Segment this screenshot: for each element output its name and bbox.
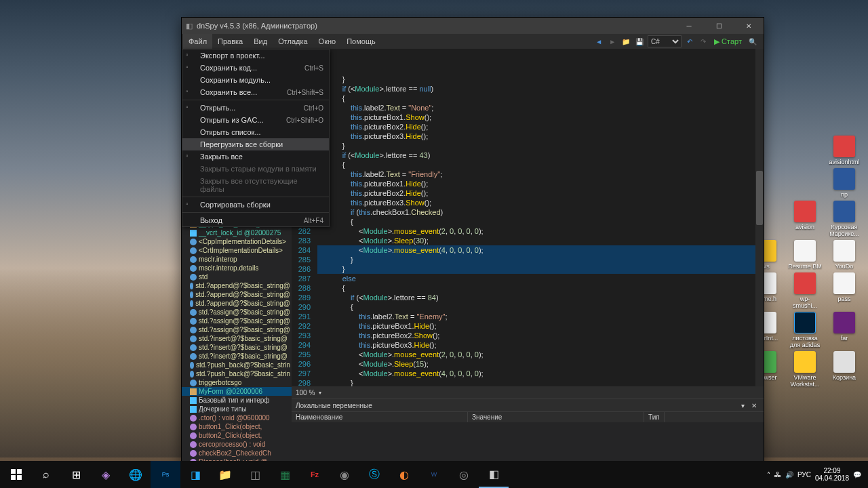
desktop-icon[interactable]: np [827, 168, 861, 198]
file-menu-item[interactable]: Открыть список... [182, 126, 329, 138]
tree-item[interactable]: cercoprocesso() : void [182, 440, 292, 449]
menu-окно[interactable]: Окно [313, 34, 342, 49]
taskbar-app-skype[interactable]: Ⓢ [359, 461, 389, 488]
tray-volume-icon[interactable]: 🔊 [785, 471, 793, 479]
file-menu-item[interactable]: Сохранить модуль... [182, 74, 329, 86]
tree-item[interactable]: std.?assign@?$basic_string@ [182, 325, 292, 334]
taskbar-app-explorer[interactable]: 📁 [210, 461, 240, 488]
tree-item[interactable]: msclr.interop [182, 255, 292, 264]
tray-network-icon[interactable]: 🖧 [774, 471, 781, 479]
tray-chevron-icon[interactable]: ˄ [767, 471, 770, 479]
tray-lang-icon[interactable]: РУС [797, 471, 811, 479]
taskbar-app-fz[interactable]: Fz [300, 461, 330, 488]
scrollbar-vertical[interactable] [755, 49, 764, 386]
minimize-button[interactable]: ─ [674, 18, 704, 34]
notifications-icon[interactable]: 💬 [853, 471, 861, 479]
file-menu-item[interactable]: ▫Экспорт в проект... [182, 49, 329, 62]
taskbar-app-steam[interactable]: ◉ [330, 461, 359, 488]
code-editor[interactable]: } if (<Module>.lettore == null) { this.l… [315, 49, 764, 386]
file-menu-item[interactable]: ▫Закрыть все [182, 150, 329, 163]
tree-item[interactable]: std.?insert@?$basic_string@ [182, 352, 292, 361]
tree-item[interactable]: msclr.interop.details [182, 264, 292, 272]
tree-item[interactable]: std.?insert@?$basic_string@ [182, 343, 292, 352]
start-menu-button[interactable] [1, 461, 31, 488]
taskbar-app-vs[interactable]: ◈ [91, 461, 121, 488]
tree-item[interactable]: std.?push_back@?$basic_strin [182, 369, 292, 378]
file-menu-item[interactable]: ▫Сортировать сборки [182, 199, 329, 211]
taskbar-app-generic2[interactable]: ◐ [389, 461, 419, 488]
tree-item[interactable]: std.?push_back@?$basic_strin [182, 361, 292, 369]
desktop-icon[interactable]: Корзина [827, 351, 861, 388]
locals-columns[interactable]: НаименованиеЗначениеТип [292, 411, 764, 422]
taskbar-app-word[interactable]: W [419, 461, 449, 488]
taskbar-app-dnspy[interactable]: ◧ [479, 461, 509, 488]
panel-dropdown-icon[interactable]: ▾ [738, 402, 747, 409]
search-icon[interactable]: 🔍 [747, 36, 758, 47]
desktop-icon[interactable]: YouDo [827, 240, 861, 270]
desktop-icon[interactable]: Курсовая Марсике... [827, 201, 861, 237]
desktop-icon[interactable]: far [827, 312, 861, 348]
search-button[interactable]: ⌕ [31, 461, 61, 488]
tree-item[interactable]: std.?append@?$basic_string@ [182, 281, 292, 290]
desktop-icon[interactable]: pass [827, 272, 861, 309]
file-menu-item[interactable]: ▫Сохранить все...Ctrl+Shift+S [182, 86, 329, 98]
taskbar-app-chrome[interactable]: 🌐 [121, 461, 151, 488]
taskbar-app-vscode[interactable]: ◨ [180, 461, 210, 488]
locals-column-header[interactable]: Тип [644, 412, 665, 422]
undo-icon[interactable]: ↶ [684, 36, 695, 47]
clock[interactable]: 22:0904.04.2018 [815, 467, 849, 482]
desktop-icon[interactable]: wp-smushi... [788, 272, 822, 309]
language-select[interactable]: C# [648, 35, 682, 47]
menu-файл[interactable]: Файл [183, 34, 212, 49]
taskbar-app-generic3[interactable]: ◎ [449, 461, 479, 488]
maximize-button[interactable]: ☐ [704, 18, 734, 34]
taskbar-app-ps[interactable]: Ps [151, 461, 180, 488]
desktop-icon[interactable]: avisionhtml [827, 136, 861, 165]
menu-помощь[interactable]: Помощь [341, 34, 381, 49]
tree-item[interactable]: Дочерние типы [182, 405, 292, 413]
tree-item[interactable]: std.?append@?$basic_string@ [182, 299, 292, 308]
tree-item[interactable]: std.?assign@?$basic_string@ [182, 317, 292, 325]
tree-item[interactable]: std.?insert@?$basic_string@ [182, 334, 292, 343]
tree-item[interactable]: <CrtImplementationDetails> [182, 246, 292, 255]
nav-back-icon[interactable]: ◄ [593, 36, 604, 47]
tree-item[interactable]: <CppImplementationDetails> [182, 237, 292, 246]
start-button[interactable]: ▶Старт [711, 37, 745, 46]
desktop-icon[interactable]: Resume BM [788, 240, 822, 270]
zoom-status[interactable]: 100 %▾ [292, 386, 764, 399]
file-menu-item[interactable]: Открыть из GAC...Ctrl+Shift+O [182, 114, 329, 126]
menu-правка[interactable]: Правка [212, 34, 248, 49]
open-icon[interactable]: 📁 [620, 36, 631, 47]
desktop-icon[interactable]: avision [788, 201, 822, 237]
titlebar[interactable]: ◧ dnSpy v4.5.3 (x86, Администратор) ─ ☐ … [182, 18, 764, 34]
tree-item[interactable]: std.?assign@?$basic_string@ [182, 308, 292, 317]
tree-item[interactable]: std.?append@?$basic_string@ [182, 290, 292, 299]
tree-item[interactable]: button1_Click(object, [182, 422, 292, 431]
file-menu-item[interactable]: ▫Открыть...Ctrl+O [182, 102, 329, 114]
desktop-icon[interactable]: VMware Workstat... [788, 351, 822, 388]
panel-close-icon[interactable]: ✕ [749, 402, 760, 409]
taskbar-app-generic1[interactable]: ◫ [240, 461, 270, 488]
system-tray[interactable]: ˄ 🖧 🔊 РУС 22:0904.04.2018 💬 [767, 467, 867, 482]
desktop-icon[interactable]: листовка для adidas [788, 312, 822, 348]
save-icon[interactable]: 💾 [634, 36, 645, 47]
locals-column-header[interactable]: Наименование [292, 412, 468, 422]
menu-вид[interactable]: Вид [248, 34, 273, 49]
file-menu-item[interactable]: Перегрузить все сборки [182, 138, 329, 150]
tree-item[interactable]: MyForm @02000006 [182, 387, 292, 396]
tree-item[interactable]: checkBox2_CheckedCh [182, 449, 292, 458]
file-menu-item[interactable]: ВыходAlt+F4 [182, 214, 329, 226]
tree-item[interactable]: button2_Click(object, [182, 431, 292, 440]
file-menu-item[interactable]: ▫Сохранить код...Ctrl+S [182, 62, 329, 74]
nav-forward-icon[interactable]: ► [607, 36, 618, 47]
tree-item[interactable]: __vcrt_lock_id @02000275 [182, 228, 292, 237]
locals-column-header[interactable]: Значение [468, 412, 644, 422]
close-button[interactable]: ✕ [734, 18, 764, 34]
menu-отладка[interactable]: Отладка [273, 34, 313, 49]
tree-item[interactable]: triggerbotcsgo [182, 378, 292, 387]
tree-item[interactable]: std [182, 272, 292, 281]
redo-icon[interactable]: ↷ [698, 36, 709, 47]
tree-item[interactable]: .ctor() : void @0600000 [182, 413, 292, 422]
taskbar-app-excel[interactable]: ▦ [270, 461, 300, 488]
tree-item[interactable]: Базовый тип и интерф [182, 396, 292, 405]
